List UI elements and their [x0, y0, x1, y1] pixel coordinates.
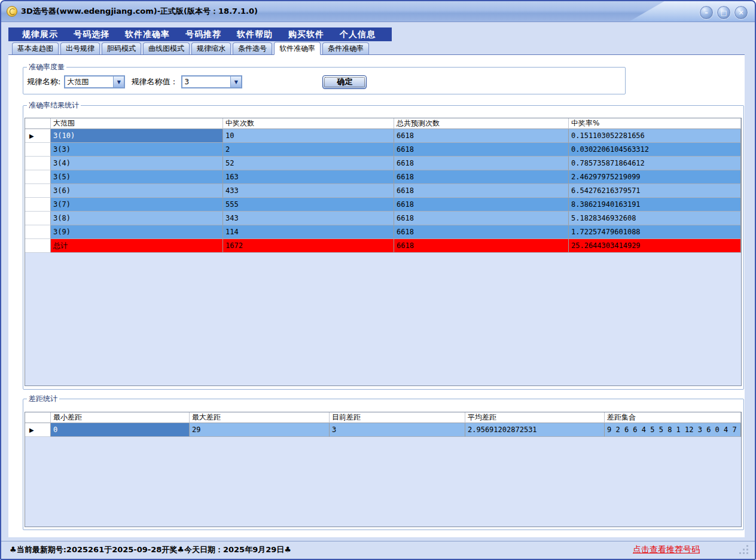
row-selector[interactable]: [25, 184, 51, 198]
row-selector[interactable]: [25, 198, 51, 212]
column-header[interactable]: 平均差距: [465, 412, 605, 423]
table-cell[interactable]: 6618: [394, 184, 569, 198]
tab-3[interactable]: 曲线图模式: [143, 42, 190, 54]
table-cell[interactable]: 3(9): [51, 225, 223, 239]
table-cell[interactable]: 10: [223, 129, 394, 143]
table-cell[interactable]: 6.54276216379571: [569, 184, 741, 198]
tab-1[interactable]: 出号规律: [60, 42, 100, 54]
table-cell[interactable]: 6618: [394, 129, 569, 143]
table-cell[interactable]: 343: [223, 212, 394, 225]
column-header[interactable]: 目前差距: [330, 412, 465, 423]
tab-5[interactable]: 条件选号: [233, 42, 272, 54]
table-cell[interactable]: 2.46297975219099: [569, 170, 741, 184]
table-cell[interactable]: 2.95691202872531: [465, 423, 605, 437]
table-row: 3(3)266180.0302206104563312: [25, 143, 741, 157]
menu-item-5[interactable]: 购买软件: [281, 29, 332, 40]
table-cell[interactable]: 52: [223, 157, 394, 170]
table-cell[interactable]: 29: [190, 423, 330, 437]
table-cell[interactable]: 6618: [394, 212, 569, 225]
chevron-down-icon[interactable]: ▼: [230, 76, 241, 87]
table-row: 3(8)34366185.1828346932608: [25, 212, 741, 225]
table-cell[interactable]: 1672: [223, 239, 394, 253]
table-cell[interactable]: 3(7): [51, 198, 223, 212]
table-row: 总计1672661825.2644303414929: [25, 239, 741, 253]
table-row: 3(7)55566188.38621940163191: [25, 198, 741, 212]
table-cell[interactable]: 3(4): [51, 157, 223, 170]
table-cell[interactable]: 3(6): [51, 184, 223, 198]
rule-value-select[interactable]: 3 ▼: [181, 75, 242, 88]
tab-0[interactable]: 基本走趋图: [12, 42, 59, 54]
table-cell[interactable]: 6618: [394, 225, 569, 239]
table-row: 3(4)5266180.785735871864612: [25, 157, 741, 170]
table-cell[interactable]: 9 2 6 6 4 5 5 8 1 12 3 6 0 4 7 0 5...: [605, 423, 741, 437]
row-selector[interactable]: [25, 239, 51, 253]
tab-7[interactable]: 条件准确率: [322, 42, 369, 54]
table-cell[interactable]: 3(8): [51, 212, 223, 225]
table-cell[interactable]: 6618: [394, 239, 569, 253]
row-selector[interactable]: [25, 212, 51, 225]
table-cell[interactable]: 114: [223, 225, 394, 239]
view-recommended-numbers-link[interactable]: 点击查看推荐号码: [633, 544, 700, 555]
table-cell[interactable]: 0: [51, 423, 190, 437]
table-row: 3(6)43366186.54276216379571: [25, 184, 741, 198]
tab-strip: 基本走趋图出号规律胆码模式曲线图模式规律缩水条件选号软件准确率条件准确率: [1, 41, 755, 54]
table-row: ▶02932.956912028725319 2 6 6 4 5 5 8 1 1…: [25, 423, 741, 437]
table-row: ▶3(10)1066180.151103052281656: [25, 129, 741, 143]
current-row-arrow-icon[interactable]: ▶: [25, 129, 51, 143]
panel-title: 准确率度量: [27, 62, 66, 72]
table-cell[interactable]: 总计: [51, 239, 223, 253]
table-cell[interactable]: 8.38621940163191: [569, 198, 741, 212]
menu-item-2[interactable]: 软件准确率: [117, 29, 178, 40]
table-cell[interactable]: 6618: [394, 143, 569, 157]
chevron-down-icon[interactable]: ▼: [113, 76, 124, 87]
menu-item-4[interactable]: 软件帮助: [229, 29, 281, 40]
row-selector[interactable]: [25, 170, 51, 184]
column-header[interactable]: 中奖率%: [569, 118, 741, 129]
maximize-button[interactable]: □: [717, 5, 731, 20]
column-header[interactable]: 总共预测次数: [394, 118, 569, 129]
table-cell[interactable]: 3(5): [51, 170, 223, 184]
row-selector[interactable]: [25, 225, 51, 239]
tab-6[interactable]: 软件准确率: [274, 42, 321, 55]
close-button[interactable]: ✕: [734, 5, 748, 20]
table-cell[interactable]: 3(3): [51, 143, 223, 157]
menu-bar: 规律展示号码选择软件准确率号码推荐软件帮助购买软件个人信息: [1, 27, 755, 41]
menu-item-6[interactable]: 个人信息: [332, 29, 383, 40]
table-cell[interactable]: 25.2644303414929: [569, 239, 741, 253]
tab-4[interactable]: 规律缩水: [191, 42, 231, 54]
column-header[interactable]: 中奖次数: [223, 118, 394, 129]
rule-name-select[interactable]: 大范围 ▼: [64, 75, 125, 88]
table-cell[interactable]: 0.151103052281656: [569, 129, 741, 143]
table-cell[interactable]: 6618: [394, 170, 569, 184]
confirm-button[interactable]: 确定: [322, 75, 367, 89]
table-cell[interactable]: 555: [223, 198, 394, 212]
row-selector[interactable]: [25, 143, 51, 157]
row-selector[interactable]: [25, 157, 51, 170]
table-cell[interactable]: 0.785735871864612: [569, 157, 741, 170]
table-cell[interactable]: 2: [223, 143, 394, 157]
title-bar[interactable]: 3D选号器(www.edengjiang.com)-正式版(版本号：18.7.1…: [1, 1, 755, 22]
table-cell[interactable]: 0.0302206104563312: [569, 143, 741, 157]
table-cell[interactable]: 163: [223, 170, 394, 184]
menu-item-1[interactable]: 号码选择: [66, 29, 117, 40]
column-header[interactable]: 大范围: [51, 118, 223, 129]
minimize-button[interactable]: –: [699, 5, 714, 20]
menu-item-3[interactable]: 号码推荐: [178, 29, 229, 40]
table-cell[interactable]: 3(10): [51, 129, 223, 143]
coin-icon: [7, 6, 17, 17]
window-controls: – □ ✕: [699, 5, 748, 20]
table-cell[interactable]: 3: [330, 423, 465, 437]
column-header[interactable]: 差距集合: [605, 412, 741, 423]
table-cell[interactable]: 433: [223, 184, 394, 198]
menu-item-0[interactable]: 规律展示: [14, 29, 66, 40]
resize-grip-icon[interactable]: [739, 545, 749, 555]
table-header: 最小差距最大差距目前差距平均差距差距集合: [25, 412, 741, 423]
current-row-arrow-icon[interactable]: ▶: [25, 423, 51, 437]
column-header[interactable]: 最小差距: [51, 412, 190, 423]
table-cell[interactable]: 6618: [394, 157, 569, 170]
table-cell[interactable]: 6618: [394, 198, 569, 212]
table-cell[interactable]: 5.1828346932608: [569, 212, 741, 225]
column-header[interactable]: 最大差距: [190, 412, 330, 423]
table-cell[interactable]: 1.72257479601088: [569, 225, 741, 239]
tab-2[interactable]: 胆码模式: [102, 42, 141, 54]
